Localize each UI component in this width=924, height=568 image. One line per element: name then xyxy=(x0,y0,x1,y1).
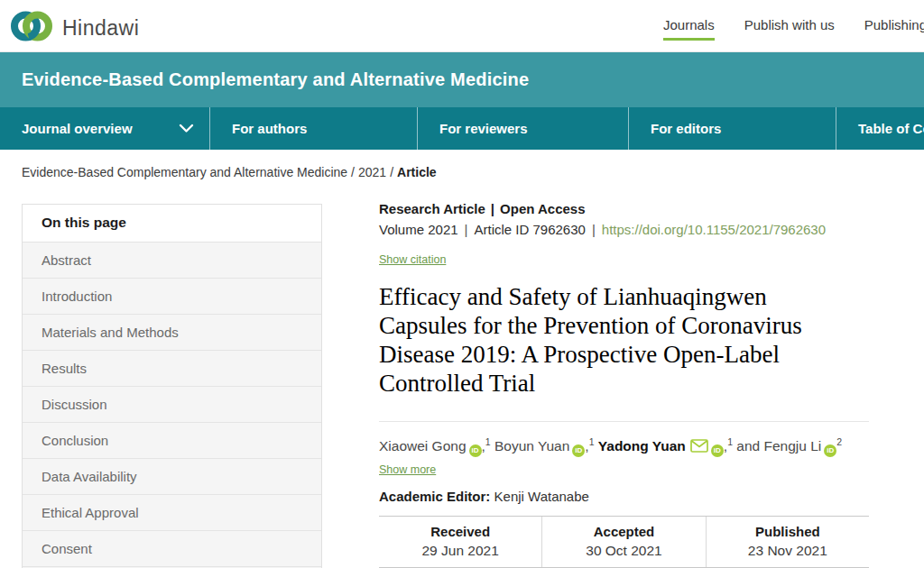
email-icon[interactable] xyxy=(690,440,708,455)
tab-for-reviewers[interactable]: For reviewers xyxy=(417,107,628,150)
author: Yadong YuaniD,1 xyxy=(598,438,737,453)
sidebar-item-ethical-approval[interactable]: Ethical Approval xyxy=(23,494,321,530)
received-date: 29 Jun 2021 xyxy=(379,542,541,559)
volume-label: Volume 2021 xyxy=(379,222,458,237)
site-header: Hindawi Journals Publish with us Publish… xyxy=(0,0,924,52)
sidebar-item-consent[interactable]: Consent xyxy=(23,530,321,566)
received-label: Received xyxy=(379,524,541,540)
show-more-link[interactable]: Show more xyxy=(379,463,436,476)
breadcrumb: Evidence-Based Complementary and Alterna… xyxy=(22,165,924,179)
doi-link[interactable]: https://doi.org/10.1155/2021/7962630 xyxy=(602,222,826,237)
top-nav: Journals Publish with us Publishing part… xyxy=(663,0,924,52)
sidebar-item-results[interactable]: Results xyxy=(23,350,321,386)
sidebar-item-introduction[interactable]: Introduction xyxy=(23,278,321,314)
on-this-page-panel: On this page Abstract Introduction Mater… xyxy=(22,204,322,568)
author-name[interactable]: Xiaowei Gong xyxy=(379,438,467,453)
published-column: Published 23 Nov 2021 xyxy=(706,517,869,567)
authors-line: Xiaowei GongiD,1 Boyun YuaniD,1 Yadong Y… xyxy=(379,436,871,458)
tab-journal-overview[interactable]: Journal overview xyxy=(0,107,209,150)
article-type: Research Article xyxy=(379,201,485,216)
journal-nav: Journal overview For authors For reviewe… xyxy=(0,107,924,150)
show-citation-link[interactable]: Show citation xyxy=(379,253,446,266)
academic-editor-line: Academic Editor: Kenji Watanabe xyxy=(379,489,871,505)
author-name-corresponding[interactable]: Yadong Yuan xyxy=(598,438,686,453)
author: and Fengju LiiD2 xyxy=(736,438,842,453)
nav-publish-with-us[interactable]: Publish with us xyxy=(744,0,835,52)
title-authors-divider xyxy=(379,421,869,422)
journal-title[interactable]: Evidence-Based Complementary and Alterna… xyxy=(22,69,529,90)
open-access-label: Open Access xyxy=(500,201,586,216)
received-column: Received 29 Jun 2021 xyxy=(379,517,541,567)
brand-name: Hindawi xyxy=(62,16,139,41)
academic-editor-name: Kenji Watanabe xyxy=(494,489,589,504)
breadcrumb-journal[interactable]: Evidence-Based Complementary and Alterna… xyxy=(22,165,347,179)
academic-editor-label: Academic Editor: xyxy=(379,489,490,504)
active-tab-underline xyxy=(663,38,715,41)
published-date: 23 Nov 2021 xyxy=(707,542,869,559)
sidebar-item-abstract[interactable]: Abstract xyxy=(23,242,321,278)
article-type-line: Research Article|Open Access xyxy=(379,201,871,217)
orcid-icon[interactable]: iD xyxy=(572,444,585,457)
author-name[interactable]: Boyun Yuan xyxy=(494,438,569,453)
article-main: Research Article|Open Access Volume 2021… xyxy=(379,201,871,568)
nav-publishing-partnerships[interactable]: Publishing partnerships xyxy=(864,0,924,52)
chevron-down-icon xyxy=(179,121,194,136)
orcid-icon[interactable]: iD xyxy=(711,444,724,457)
sidebar-item-discussion[interactable]: Discussion xyxy=(23,386,321,422)
tab-for-editors[interactable]: For editors xyxy=(628,107,836,150)
tab-table-of-contents[interactable]: Table of Contents xyxy=(836,107,924,150)
article-id: Article ID 7962630 xyxy=(474,222,585,237)
author: Xiaowei GongiD,1 xyxy=(379,438,494,453)
author-name[interactable]: and Fengju Li xyxy=(736,438,821,453)
orcid-icon[interactable]: iD xyxy=(469,444,482,457)
sidebar-item-conclusion[interactable]: Conclusion xyxy=(23,422,321,458)
nav-journals[interactable]: Journals xyxy=(663,0,715,52)
hindawi-logo[interactable]: Hindawi xyxy=(11,8,139,48)
breadcrumb-year[interactable]: 2021 xyxy=(358,165,386,179)
article-id-line: Volume 2021|Article ID 7962630|https://d… xyxy=(379,222,871,238)
accepted-label: Accepted xyxy=(542,524,705,540)
sidebar-item-data-availability[interactable]: Data Availability xyxy=(23,458,321,494)
author: Boyun YuaniD,1 xyxy=(494,438,598,453)
tab-for-authors[interactable]: For authors xyxy=(209,107,417,150)
breadcrumb-current: Article xyxy=(397,165,437,179)
accepted-date: 30 Oct 2021 xyxy=(542,542,705,559)
article-dates-table: Received 29 Jun 2021 Accepted 30 Oct 202… xyxy=(379,516,869,568)
sidebar-item-materials-and-methods[interactable]: Materials and Methods xyxy=(23,314,321,350)
orcid-icon[interactable]: iD xyxy=(824,444,836,457)
hindawi-rings-icon xyxy=(11,8,52,48)
journal-banner: Evidence-Based Complementary and Alterna… xyxy=(0,52,924,107)
accepted-column: Accepted 30 Oct 2021 xyxy=(541,517,705,567)
published-label: Published xyxy=(707,524,869,540)
article-title: Efficacy and Safety of Lianhuaqingwen Ca… xyxy=(379,283,841,398)
on-this-page-title: On this page xyxy=(23,205,321,242)
